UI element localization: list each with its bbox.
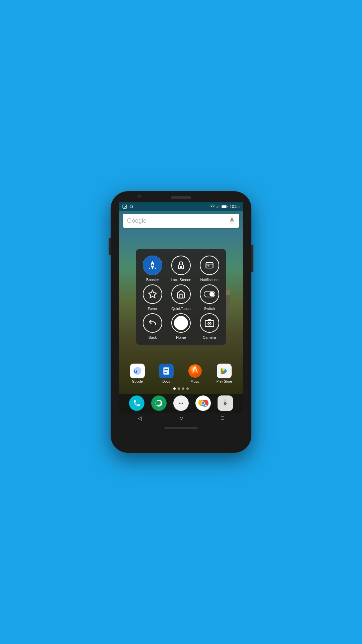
image-icon [122, 204, 127, 209]
front-camera [137, 195, 141, 198]
favor-icon [143, 284, 162, 304]
svg-point-5 [124, 206, 124, 206]
phone-screen: 10:55 Google [119, 202, 243, 423]
home-bar [164, 427, 198, 429]
back-nav-button[interactable]: ◁ [138, 415, 142, 421]
home-nav-button[interactable]: ○ [179, 414, 183, 422]
notification-icon [200, 256, 219, 275]
lock-screen-label: Lock Screen [171, 278, 191, 282]
svg-point-20 [180, 266, 182, 268]
dock-phone[interactable] [129, 395, 144, 411]
switch-icon [200, 284, 219, 304]
svg-point-6 [130, 205, 132, 208]
music-app-label: Music [191, 380, 199, 383]
camera-icon [200, 313, 219, 333]
svg-rect-14 [222, 205, 226, 208]
dot-2 [178, 387, 180, 390]
app-music[interactable]: Music [188, 364, 202, 383]
dock-chrome[interactable] [195, 395, 211, 411]
home-label: Home [176, 335, 186, 339]
dot-1 [173, 387, 176, 390]
status-left [122, 204, 134, 209]
power-button[interactable] [251, 245, 253, 272]
google-app-icon: G [130, 364, 145, 378]
page-indicator-dots [122, 387, 240, 390]
menu-item-back[interactable]: Back [139, 313, 166, 339]
booster-icon-bg [143, 256, 162, 275]
dock-camera[interactable] [218, 395, 233, 411]
phone-device: 10:55 Google [111, 191, 251, 453]
svg-point-44 [202, 402, 204, 405]
menu-item-camera[interactable]: Camera [196, 313, 223, 339]
svg-rect-10 [219, 206, 219, 209]
svg-rect-1 [226, 295, 230, 307]
time-display: 10:55 [230, 204, 240, 209]
app-play-store[interactable]: Play Store [217, 364, 232, 383]
svg-point-40 [182, 402, 183, 404]
svg-rect-21 [206, 263, 213, 268]
svg-rect-3 [228, 307, 230, 317]
svg-rect-9 [218, 206, 218, 208]
svg-point-30 [209, 323, 210, 324]
dock-messages[interactable] [173, 395, 189, 411]
svg-marker-25 [149, 290, 157, 298]
docs-app-label: Docs [163, 380, 170, 383]
menu-item-switch[interactable]: Switch [196, 284, 223, 311]
svg-point-38 [179, 402, 180, 404]
menu-item-quicktouch[interactable]: QuickTouch [168, 284, 195, 311]
svg-rect-15 [231, 218, 233, 221]
menu-item-lock-screen[interactable]: Lock Screen [168, 256, 195, 282]
battery-icon [222, 205, 228, 209]
quicktouch-icon [171, 284, 191, 304]
svg-point-49 [225, 403, 226, 404]
menu-item-favor[interactable]: Favor [139, 284, 166, 311]
docs-app-icon [159, 364, 174, 378]
speaker [171, 196, 191, 199]
camera-label: Camera [203, 335, 216, 339]
back-label: Back [148, 335, 157, 339]
recents-nav-button[interactable]: □ [221, 415, 224, 421]
svg-text:G: G [134, 369, 137, 374]
svg-rect-11 [220, 205, 220, 209]
lock-screen-icon [171, 256, 191, 275]
svg-point-0 [226, 290, 230, 295]
app-row: G Google Docs [122, 364, 240, 383]
svg-point-18 [152, 264, 154, 266]
svg-rect-8 [217, 207, 217, 208]
mic-icon[interactable] [229, 218, 235, 224]
wifi-icon [210, 204, 215, 209]
navigation-bar: ◁ ○ □ [119, 413, 243, 423]
dot-4 [186, 387, 189, 390]
status-right: 10:55 [210, 204, 240, 209]
svg-point-39 [180, 402, 181, 404]
back-icon [143, 313, 162, 333]
google-search-bar[interactable]: Google [123, 214, 239, 228]
app-docs[interactable]: Docs [159, 364, 174, 383]
google-app-label: Google [132, 380, 143, 383]
menu-item-home[interactable]: Home [168, 313, 195, 339]
dock-hangouts[interactable] [151, 395, 167, 411]
quicktouch-label: QuickTouch [171, 307, 190, 311]
home-button-icon [171, 313, 191, 333]
search-icon [129, 204, 134, 209]
svg-rect-13 [227, 206, 228, 208]
quick-action-menu: Booster Lock Screen [136, 249, 226, 345]
phone-bottom [111, 423, 251, 433]
booster-icon [143, 256, 162, 275]
dot-3 [182, 387, 184, 390]
notification-label: Notification [200, 278, 218, 282]
google-logo-text: Google [127, 217, 146, 224]
app-dock-area: G Google Docs [119, 364, 243, 393]
svg-point-7 [212, 208, 213, 208]
menu-item-notification[interactable]: Notification [196, 256, 223, 282]
music-app-icon [188, 364, 202, 378]
switch-label: Switch [204, 307, 215, 311]
volume-button[interactable] [109, 238, 111, 255]
bottom-dock [119, 394, 243, 413]
signal-icon [216, 204, 220, 209]
play-store-app-icon [217, 364, 232, 378]
svg-point-27 [209, 292, 214, 297]
favor-label: Favor [148, 307, 157, 311]
app-google[interactable]: G Google [130, 364, 145, 383]
menu-item-booster[interactable]: Booster [139, 256, 166, 282]
